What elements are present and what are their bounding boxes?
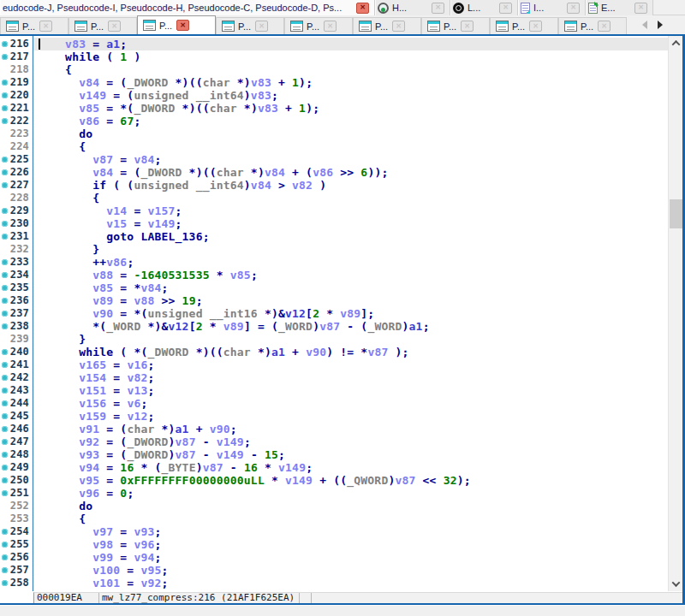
tab-close-icon[interactable]: ✕: [529, 21, 542, 32]
status-bar: 000019EA mw_lz77_compress:216 (21AF1F625…: [33, 592, 682, 603]
code-line-252[interactable]: 252 do: [0, 500, 682, 512]
code-line-247[interactable]: 247 v92 = (_DWORD)v87 - v149;: [0, 435, 682, 448]
code-line-233[interactable]: 233 ++v86;: [0, 256, 682, 269]
code-line-228[interactable]: 228 {: [0, 192, 682, 204]
code-line-237[interactable]: 237 v90 = *(unsigned __int16 *)&v12[2 * …: [0, 307, 682, 320]
pseudocode-window-icon: [427, 21, 440, 32]
tab-close-icon[interactable]: ✕: [567, 3, 580, 14]
tab-close-icon[interactable]: ✕: [461, 21, 474, 32]
code-line-251[interactable]: 251 v96 = 0;: [0, 487, 682, 500]
tab-close-icon[interactable]: ✕: [598, 21, 611, 32]
code-text: do: [38, 500, 92, 512]
code-text: if ( (unsigned __int64)v84 > v82 ): [38, 179, 326, 192]
code-line-245[interactable]: 245 v159 = v12;: [0, 410, 682, 423]
code-line-255[interactable]: 255 v98 = v96;: [0, 538, 682, 551]
tab-close-icon[interactable]: ✕: [634, 3, 647, 14]
pseudocode-tab-3[interactable]: P...✕: [216, 17, 284, 34]
line-number: 235: [0, 281, 29, 294]
code-line-250[interactable]: 250 v95 = 0xFFFFFFFF00000000uLL * v149 +…: [0, 474, 682, 487]
code-line-254[interactable]: 254 v97 = v93;: [0, 525, 682, 538]
code-line-223[interactable]: 223 do: [0, 127, 682, 140]
pseudocode-tab-6[interactable]: P...✕: [421, 17, 490, 34]
tab-scroll-right-icon[interactable]: [658, 21, 663, 29]
code-line-242[interactable]: 242 v154 = v82;: [0, 371, 682, 384]
code-line-222[interactable]: 222 v86 = 67;: [0, 115, 682, 127]
vertical-scrollbar[interactable]: [668, 36, 682, 591]
pseudocode-tab-5[interactable]: P...✕: [353, 17, 421, 34]
top-tab-3[interactable]: I...✕: [518, 0, 586, 15]
tab-close-icon[interactable]: ✕: [324, 21, 337, 32]
code-text: v101 = v92;: [38, 577, 169, 589]
pseudocode-tab-8[interactable]: P...✕: [558, 17, 627, 34]
code-line-236[interactable]: 236 v89 = v88 >> 19;: [0, 294, 682, 307]
code-text: v84 = (_DWORD *)((char *)v84 + (v86 >> 6…: [38, 166, 388, 179]
code-line-216[interactable]: 216 v83 = a1;: [0, 38, 682, 50]
code-text: v149 = (unsigned __int64)v83;: [38, 89, 278, 102]
line-number: 234: [0, 269, 29, 281]
code-line-234[interactable]: 234 v88 = -1640531535 * v85;: [0, 269, 682, 281]
code-text: v151 = v13;: [38, 384, 155, 397]
code-text: v88 = -1640531535 * v85;: [38, 269, 258, 281]
code-line-257[interactable]: 257 v100 = v95;: [0, 564, 682, 577]
code-line-218[interactable]: 218 {: [0, 63, 682, 76]
top-tab-1[interactable]: H...✕: [375, 0, 450, 15]
code-line-244[interactable]: 244 v156 = v6;: [0, 397, 682, 410]
code-line-241[interactable]: 241 v165 = v16;: [0, 358, 682, 371]
code-text: v94 = 16 * (_BYTE)v87 - 16 * v149;: [38, 461, 313, 474]
output-icon: [453, 3, 464, 14]
tab-close-icon[interactable]: ✕: [39, 21, 52, 32]
top-tab-2[interactable]: L...✕: [450, 0, 518, 15]
code-line-229[interactable]: 229 v14 = v157;: [0, 204, 682, 217]
pseudocode-tab-7[interactable]: P...✕: [490, 17, 558, 34]
pseudocode-tab-2[interactable]: P...✕: [137, 15, 216, 34]
code-text: v92 = (_DWORD)v87 - v149;: [38, 435, 251, 448]
code-line-219[interactable]: 219 v84 = (_DWORD *)((char *)v83 + 1);: [0, 76, 682, 89]
pseudocode-tab-0[interactable]: P...✕: [0, 17, 68, 34]
tab-close-icon[interactable]: ✕: [392, 21, 405, 32]
status-extra: [300, 593, 312, 604]
tab-close-icon[interactable]: ✕: [432, 3, 444, 14]
code-line-226[interactable]: 226 v84 = (_DWORD *)((char *)v84 + (v86 …: [0, 166, 682, 179]
code-line-243[interactable]: 243 v151 = v13;: [0, 384, 682, 397]
pseudocode-view[interactable]: 216 v83 = a1;217 while ( 1 )218 {219 v84…: [0, 36, 682, 591]
code-line-258[interactable]: 258 v101 = v92;: [0, 577, 682, 589]
scrollbar-down-icon[interactable]: [669, 577, 683, 591]
tab-close-icon[interactable]: ✕: [356, 3, 369, 14]
code-line-235[interactable]: 235 v85 = *v84;: [0, 281, 682, 294]
code-line-220[interactable]: 220 v149 = (unsigned __int64)v83;: [0, 89, 682, 102]
pseudocode-tab-4[interactable]: P...✕: [284, 17, 353, 34]
code-line-232[interactable]: 232 }: [0, 243, 682, 256]
code-line-249[interactable]: 249 v94 = 16 * (_BYTE)v87 - 16 * v149;: [0, 461, 682, 474]
scrollbar-up-icon[interactable]: [669, 36, 683, 50]
line-number: 249: [0, 461, 29, 474]
code-line-246[interactable]: 246 v91 = (char *)a1 + v90;: [0, 423, 682, 435]
top-tab-0[interactable]: eudocode-J, Pseudocode-I, Pseudocode-H, …: [0, 0, 375, 15]
code-line-240[interactable]: 240 while ( *(_DWORD *)((char *)a1 + v90…: [0, 346, 682, 358]
tab-close-icon[interactable]: ✕: [255, 21, 268, 32]
code-line-253[interactable]: 253 {: [0, 512, 682, 525]
line-number: 256: [0, 551, 29, 564]
top-tab-4[interactable]: E...✕: [586, 0, 653, 15]
code-line-230[interactable]: 230 v15 = v149;: [0, 217, 682, 230]
code-line-227[interactable]: 227 if ( (unsigned __int64)v84 > v82 ): [0, 179, 682, 192]
pseudocode-tab-label: P...: [375, 21, 388, 32]
line-number: 258: [0, 577, 29, 589]
code-line-221[interactable]: 221 v85 = *(_DWORD *)((char *)v83 + 1);: [0, 102, 682, 115]
tab-scroll-left-icon[interactable]: [642, 21, 647, 29]
code-line-225[interactable]: 225 v87 = v84;: [0, 153, 682, 166]
tab-close-icon[interactable]: ✕: [108, 21, 121, 32]
code-line-224[interactable]: 224 {: [0, 140, 682, 153]
top-tab-label: I...: [533, 3, 563, 13]
pseudocode-tab-1[interactable]: P...✕: [68, 17, 137, 34]
line-number: 230: [0, 217, 29, 230]
tab-close-icon[interactable]: ✕: [176, 20, 189, 31]
code-line-231[interactable]: 231 goto LABEL_136;: [0, 230, 682, 243]
tab-close-icon[interactable]: ✕: [499, 3, 512, 14]
code-line-238[interactable]: 238 *(_WORD *)&v12[2 * v89] = (_WORD)v87…: [0, 320, 682, 333]
code-line-239[interactable]: 239 }: [0, 333, 682, 346]
code-line-256[interactable]: 256 v99 = v94;: [0, 551, 682, 564]
code-line-248[interactable]: 248 v93 = (_DWORD)v87 - v149 - 15;: [0, 448, 682, 461]
pseudocode-window-icon: [143, 20, 156, 31]
scrollbar-thumb[interactable]: [670, 199, 682, 228]
code-line-217[interactable]: 217 while ( 1 ): [0, 50, 682, 63]
